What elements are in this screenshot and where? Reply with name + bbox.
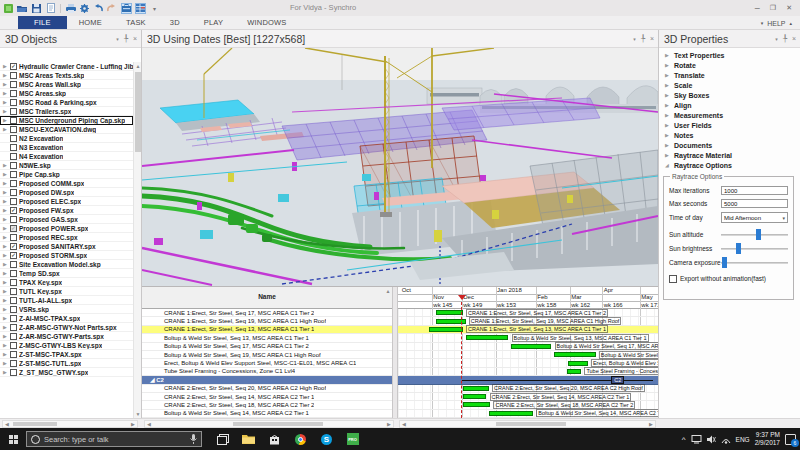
ribbon-tab-windows[interactable]: WINDOWS: [235, 16, 298, 29]
save-icon[interactable]: [31, 3, 42, 14]
3d-viewport[interactable]: [142, 48, 658, 286]
tree-item[interactable]: ▶Proposed SANITARY.spx: [0, 242, 133, 251]
restore-button[interactable]: ❐: [770, 4, 776, 12]
prop-section-notes[interactable]: ▶Notes: [659, 130, 800, 140]
prop-section-documents[interactable]: ▶Documents: [659, 140, 800, 150]
max-iterations-input[interactable]: 1000: [721, 186, 788, 195]
more-commands-icon[interactable]: ▾: [149, 3, 160, 14]
tree-expand-icon[interactable]: ▶: [3, 315, 8, 321]
tree-expand-icon[interactable]: ▶: [3, 297, 8, 303]
tree-item[interactable]: ▶MSC Areas Wall.skp: [0, 80, 133, 89]
gantt-name-row[interactable]: CRANE 2:Erect, Str Steel, Seq 18, MSC AR…: [142, 401, 392, 409]
tree-item[interactable]: ▶Z-AR-MSC-GTWY-Parts.spx: [0, 332, 133, 341]
tree-expand-icon[interactable]: ▶: [3, 243, 8, 249]
tree-expand-icon[interactable]: ▶: [3, 216, 8, 222]
tree-item[interactable]: N4 Excavation: [0, 152, 133, 161]
gantt-name-row[interactable]: CRANE 1:Erect, Str Steel, Seq 13, MSC AR…: [142, 326, 392, 334]
chrome-icon[interactable]: [294, 433, 307, 446]
tree-expand-icon[interactable]: ▶: [3, 360, 8, 366]
gantt-name-row[interactable]: Boltup & Weld Str Steel, Seq 13, MSC ARE…: [142, 334, 392, 342]
task-bar[interactable]: [489, 411, 533, 416]
tree-item[interactable]: ▶MSC Areas.skp: [0, 89, 133, 98]
task-bar[interactable]: [463, 394, 486, 399]
visibility-checkbox[interactable]: [10, 234, 17, 241]
skype-icon[interactable]: S: [320, 433, 333, 446]
tree-expand-icon[interactable]: ▶: [3, 342, 8, 348]
tree-item[interactable]: ▶N5WE.skp: [0, 161, 133, 170]
tree-item[interactable]: ▶TUTL-AI-ALL.spx: [0, 296, 133, 305]
visibility-checkbox[interactable]: [10, 180, 17, 187]
file-explorer-icon[interactable]: [242, 433, 255, 446]
prop-section-translate[interactable]: ▶Translate: [659, 70, 800, 80]
panel-close-icon[interactable]: ×: [792, 35, 796, 42]
tree-item[interactable]: ▶MSC Road & Parking.spx: [0, 98, 133, 107]
tree-item[interactable]: ▶Site Excavation Model.skp: [0, 260, 133, 269]
visibility-checkbox[interactable]: [10, 243, 17, 250]
visibility-checkbox[interactable]: [10, 63, 17, 70]
visibility-checkbox[interactable]: [10, 333, 17, 340]
tree-item[interactable]: ▶Z-AI-MSC-TPAX.spx: [0, 314, 133, 323]
redo-icon[interactable]: [107, 3, 118, 14]
visibility-checkbox[interactable]: [10, 135, 17, 142]
tree-expand-icon[interactable]: ▶: [3, 351, 8, 357]
visibility-checkbox[interactable]: [10, 144, 17, 151]
gantt-name-row[interactable]: CRANE 1:Erect, Str Steel, Seq 17, MSC AR…: [142, 309, 392, 317]
gantt-name-row[interactable]: CRANE 1:Erect, Str Steel, Seq 19, MSC AR…: [142, 317, 392, 325]
gantt-name-row[interactable]: CRANE 2:Erect, Str Steel, Seq 20, MSC AR…: [142, 385, 392, 393]
task-bar[interactable]: [568, 361, 588, 366]
task-bar[interactable]: [567, 369, 581, 374]
panel-menu-icon[interactable]: ▾: [116, 36, 119, 42]
tree-expand-icon[interactable]: ▶: [3, 306, 8, 312]
visibility-checkbox[interactable]: [10, 189, 17, 196]
visibility-checkbox[interactable]: [10, 81, 17, 88]
panel-menu-icon[interactable]: ▾: [633, 36, 636, 42]
ribbon-tab-task[interactable]: TASK: [114, 16, 158, 29]
tree-expand-icon[interactable]: ▶: [3, 126, 8, 132]
gantt-timeline-row[interactable]: Boltup & Weld Str Steel, Seq 14, MSC ARE…: [398, 410, 658, 418]
panel-pin-icon[interactable]: ╄: [641, 35, 645, 43]
task-bar[interactable]: [436, 310, 463, 315]
tree-item[interactable]: ▶Pipe Cap.skp: [0, 170, 133, 179]
panel-close-icon[interactable]: ×: [133, 35, 137, 42]
prop-section-measurements[interactable]: ▶Measurements: [659, 110, 800, 120]
tree-item[interactable]: ▶Z_ST_MSC_GTWY.spx: [0, 368, 133, 377]
print-icon[interactable]: [65, 3, 76, 14]
visibility-checkbox[interactable]: [10, 90, 17, 97]
tree-item[interactable]: ▶Proposed REC.spx: [0, 233, 133, 242]
gantt-timeline[interactable]: OctNovDecJan 2018FebMarAprMaywk 145wk 14…: [398, 287, 658, 418]
visibility-checkbox[interactable]: [10, 72, 17, 79]
notification-center-icon[interactable]: 6: [785, 434, 796, 445]
scroll-down-icon[interactable]: ▼: [134, 410, 142, 418]
tree-expand-icon[interactable]: ▶: [3, 279, 8, 285]
visibility-checkbox[interactable]: [10, 99, 17, 106]
section-expand-icon[interactable]: ▶: [665, 122, 670, 128]
new-document-icon[interactable]: [45, 3, 56, 14]
tree-expand-icon[interactable]: ▶: [3, 81, 8, 87]
settings-gear-icon[interactable]: [79, 3, 90, 14]
ribbon-tab-3d[interactable]: 3D: [158, 16, 192, 29]
section-expand-icon[interactable]: ◢: [665, 162, 670, 168]
visibility-checkbox[interactable]: [10, 261, 17, 268]
visibility-checkbox[interactable]: [10, 288, 17, 295]
minimize-button[interactable]: –: [755, 3, 760, 13]
visibility-checkbox[interactable]: [10, 126, 17, 133]
gantt-name-row[interactable]: Tube Steel Framing - Concessions, Zone C…: [142, 368, 392, 376]
section-expand-icon[interactable]: ▶: [665, 82, 670, 88]
tree-item[interactable]: ▶Proposed FW.spx: [0, 206, 133, 215]
camera-exposure-slider[interactable]: [721, 257, 788, 268]
visibility-checkbox[interactable]: [10, 342, 17, 349]
tree-item[interactable]: ▶VSRs.skp: [0, 305, 133, 314]
ribbon-tab-home[interactable]: HOME: [67, 16, 114, 29]
prop-section-text-properties[interactable]: ▶Text Properties: [659, 50, 800, 60]
language-indicator[interactable]: ENG: [736, 436, 750, 443]
visibility-checkbox[interactable]: [10, 153, 17, 160]
pc-icon[interactable]: [691, 435, 702, 444]
visibility-checkbox[interactable]: [10, 297, 17, 304]
export-without-animation-checkbox[interactable]: [669, 275, 677, 283]
task-bar[interactable]: [466, 335, 509, 340]
tray-clock[interactable]: 9:37 PM 2/9/2017: [755, 431, 780, 447]
section-expand-icon[interactable]: ▶: [665, 92, 670, 98]
visibility-checkbox[interactable]: [10, 279, 17, 286]
tree-item[interactable]: ▶Proposed DW.spx: [0, 188, 133, 197]
tree-item[interactable]: N2 Excavation: [0, 134, 133, 143]
